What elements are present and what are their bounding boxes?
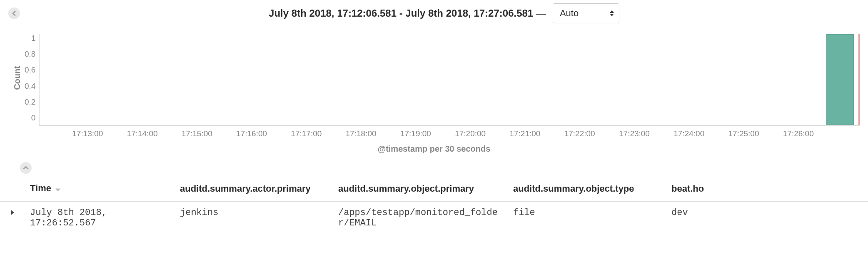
x-tick: 17:16:00 (236, 129, 267, 138)
select-caret-icon (610, 10, 614, 16)
x-tick: 17:21:00 (509, 129, 540, 138)
x-tick: 17:13:00 (72, 129, 103, 138)
col-host-header[interactable]: beat.ho (666, 178, 868, 201)
y-tick: 0.4 (25, 82, 35, 90)
cell-type: file (508, 201, 666, 234)
chart-bar[interactable] (826, 34, 854, 125)
y-tick: 1 (31, 34, 36, 42)
time-dash: — (536, 8, 546, 19)
x-tick: 17:25:00 (728, 129, 759, 138)
cell-time: July 8th 2018, 17:26:52.567 (25, 201, 175, 234)
x-tick: 17:19:00 (400, 129, 431, 138)
results-table: Time auditd.summary.actor.primary auditd… (0, 178, 868, 234)
x-ticks-row: 17:13:0017:14:0017:15:0017:16:0017:17:00… (39, 129, 859, 141)
cell-object: /apps/testapp/monitored_folder/EMAIL (333, 201, 508, 234)
x-tick: 17:24:00 (673, 129, 704, 138)
col-actor-header[interactable]: auditd.summary.actor.primary (175, 178, 333, 201)
chevron-up-icon (23, 165, 29, 171)
header-center: July 8th 2018, 17:12:06.581 - July 8th 2… (20, 3, 868, 23)
back-button[interactable] (8, 8, 20, 19)
table-row: July 8th 2018, 17:26:52.567 jenkins /app… (0, 201, 868, 234)
time-sep: - (399, 8, 406, 19)
y-tick: 0.6 (25, 66, 35, 74)
table-header-row: Time auditd.summary.actor.primary auditd… (0, 178, 868, 201)
x-tick: 17:22:00 (564, 129, 595, 138)
collapse-button[interactable] (20, 162, 32, 174)
plot-area[interactable] (39, 34, 860, 126)
caret-right-icon (10, 210, 15, 215)
y-tick: 0 (31, 114, 36, 122)
header-row: July 8th 2018, 17:12:06.581 - July 8th 2… (0, 0, 868, 30)
x-tick: 17:18:00 (346, 129, 377, 138)
interval-value: Auto (560, 8, 579, 19)
col-time-header[interactable]: Time (25, 178, 175, 201)
col-time-label: Time (30, 183, 51, 193)
y-ticks: 1 0.8 0.6 0.4 0.2 0 (25, 34, 39, 122)
x-tick: 17:26:00 (783, 129, 814, 138)
y-tick: 0.2 (25, 98, 35, 106)
y-tick: 0.8 (25, 50, 35, 58)
time-marker (858, 34, 860, 125)
row-expander[interactable] (0, 201, 25, 234)
y-axis-label: Count (12, 66, 22, 90)
sort-desc-icon (55, 183, 60, 194)
x-tick: 17:23:00 (619, 129, 650, 138)
chevron-left-icon (11, 10, 17, 16)
interval-select[interactable]: Auto (553, 3, 619, 23)
chart: Count 1 0.8 0.6 0.4 0.2 0 (0, 30, 868, 126)
expander-header (0, 178, 25, 201)
x-tick: 17:17:00 (291, 129, 322, 138)
col-object-header[interactable]: auditd.summary.object.primary (333, 178, 508, 201)
time-to: July 8th 2018, 17:27:06.581 (405, 8, 533, 19)
x-tick: 17:14:00 (127, 129, 158, 138)
x-axis-label: @timestamp per 30 seconds (0, 144, 868, 154)
time-range-label: July 8th 2018, 17:12:06.581 - July 8th 2… (269, 8, 546, 19)
x-tick: 17:20:00 (455, 129, 486, 138)
x-tick: 17:15:00 (182, 129, 212, 138)
cell-host: dev (666, 201, 868, 234)
cell-actor: jenkins (175, 201, 333, 234)
col-type-header[interactable]: auditd.summary.object.type (508, 178, 666, 201)
time-from: July 8th 2018, 17:12:06.581 (269, 8, 397, 19)
